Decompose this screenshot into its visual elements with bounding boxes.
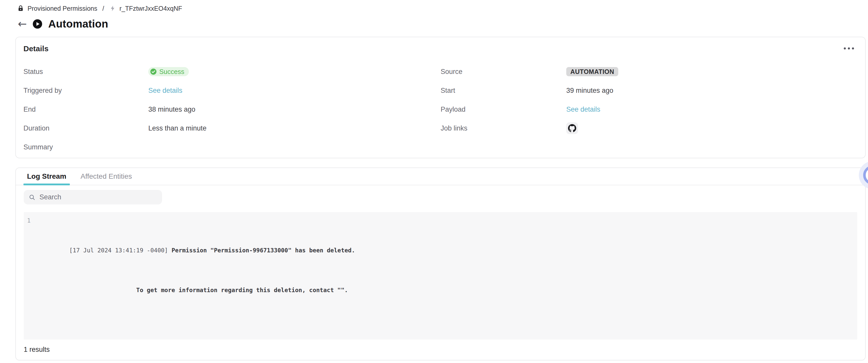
search-box — [24, 190, 162, 205]
breadcrumb-item-run-id: r_TFztwrJxxEO4xqNF — [120, 5, 182, 12]
detail-label-job-links: Job links — [441, 119, 566, 138]
detail-label-triggered-by: Triggered by — [24, 81, 148, 100]
breadcrumb-separator: / — [102, 5, 104, 12]
tab-affected-entities[interactable]: Affected Entities — [77, 168, 135, 185]
detail-label-payload: Payload — [441, 100, 566, 119]
start-value: 39 minutes ago — [566, 81, 858, 100]
detail-label-status: Status — [24, 62, 148, 81]
page-title: Automation — [48, 18, 108, 30]
status-badge: Success — [148, 67, 189, 76]
summary-value — [148, 138, 441, 156]
breadcrumb-item-provisioned-permissions[interactable]: Provisioned Permissions — [28, 5, 97, 12]
payload-see-details-link[interactable]: See details — [566, 105, 600, 114]
log-message-continuation: To get more information regarding this d… — [34, 285, 355, 295]
log-message: Permission "Permission-9967133000" has b… — [172, 247, 355, 254]
duration-value: Less than a minute — [148, 119, 441, 138]
lock-icon — [17, 5, 24, 12]
breadcrumb: Provisioned Permissions / r_TFztwrJxxEO4… — [17, 4, 868, 13]
back-button[interactable]: ← — [18, 19, 27, 29]
page-header: ← Automation — [18, 17, 868, 31]
details-card: Details Status Success Source AUTOMATION… — [15, 37, 866, 158]
results-count: 1 results — [24, 346, 865, 354]
details-card-title: Details — [24, 44, 858, 53]
github-icon — [568, 124, 576, 132]
detail-label-start: Start — [441, 81, 566, 100]
log-line-content: [17 Jul 2024 13:41:19 -0400]Permission "… — [34, 216, 355, 315]
play-circle-icon — [32, 19, 42, 29]
log-card: Log Stream Affected Entities 1 [17 Jul 2… — [15, 168, 866, 360]
log-line-number: 1 — [26, 216, 31, 225]
search-input[interactable] — [39, 193, 157, 201]
log-stream-panel[interactable]: 1 [17 Jul 2024 13:41:19 -0400]Permission… — [24, 212, 857, 339]
tab-bar: Log Stream Affected Entities — [16, 168, 865, 185]
github-link-button[interactable] — [566, 122, 578, 134]
detail-label-end: End — [24, 100, 148, 119]
triggered-by-see-details-link[interactable]: See details — [148, 87, 183, 95]
check-circle-icon — [150, 68, 157, 75]
more-options-icon[interactable] — [842, 46, 856, 52]
end-value: 38 minutes ago — [148, 100, 441, 119]
search-icon — [29, 194, 35, 201]
details-grid: Status Success Source AUTOMATION Trigger… — [24, 62, 858, 156]
source-badge: AUTOMATION — [566, 67, 618, 76]
tab-log-stream[interactable]: Log Stream — [24, 168, 70, 185]
detail-label-source: Source — [441, 62, 566, 81]
detail-label-duration: Duration — [24, 119, 148, 138]
lightning-icon — [109, 5, 116, 12]
status-badge-label: Success — [159, 68, 184, 76]
log-line: 1 [17 Jul 2024 13:41:19 -0400]Permission… — [26, 216, 852, 315]
detail-label-summary: Summary — [24, 138, 148, 156]
log-timestamp: [17 Jul 2024 13:41:19 -0400] — [69, 247, 168, 254]
